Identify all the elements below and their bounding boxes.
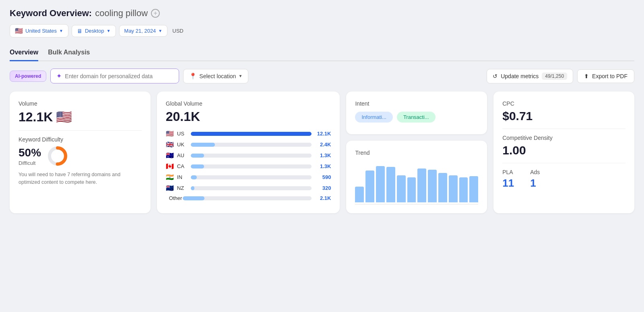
country-bar-fill [191, 186, 194, 190]
country-row: 🇳🇿 NZ 320 [166, 184, 331, 192]
ai-powered-badge: AI-powered [10, 71, 46, 82]
trend-bar [397, 175, 406, 203]
comp-density-label: Competitive Density [502, 135, 625, 141]
country-row: 🇬🇧 UK 2.4K [166, 141, 331, 148]
export-pdf-button[interactable]: ⬆ Export to PDF [577, 69, 634, 83]
country-chevron-icon: ▼ [59, 29, 63, 33]
country-row: Other 2.1K [166, 195, 331, 201]
tab-bar: Overview Bulk Analysis [10, 45, 634, 61]
location-icon: 📍 [189, 73, 197, 80]
domain-input[interactable] [65, 73, 173, 79]
cards-grid: Volume 12.1K 🇺🇸 Keyword Difficulty 50% D… [10, 92, 634, 213]
country-bar-fill [191, 175, 197, 179]
cpc-card: CPC $0.71 Competitive Density 1.00 PLA 1… [493, 92, 634, 213]
device-label: Desktop [85, 28, 104, 34]
update-btn-label: Update metrics [501, 73, 539, 79]
country-rows: 🇺🇸 US 12.1K 🇬🇧 UK 2.4K 🇦🇺 AU 1.3K 🇨🇦 CA [166, 130, 331, 201]
country-value: 590 [315, 174, 331, 180]
country-row: 🇨🇦 CA 1.3K [166, 162, 331, 170]
global-volume-label: Global Volume [166, 100, 331, 107]
desktop-icon: 🖥 [77, 28, 83, 34]
toolbar: AI-powered ✦ 📍 Select location ▼ ↺ Updat… [10, 69, 634, 83]
badge-transactional: Transacti... [397, 112, 436, 123]
location-chevron-icon: ▼ [238, 74, 242, 78]
volume-label: Volume [19, 100, 142, 107]
trend-bar [365, 171, 374, 202]
country-value: 1.3K [315, 152, 331, 158]
trend-bar [428, 170, 437, 202]
country-bar-fill [191, 154, 204, 158]
device-filter-button[interactable]: 🖥 Desktop ▼ [72, 25, 116, 37]
pla-label: PLA [502, 169, 514, 175]
volume-divider [19, 130, 142, 131]
country-row: 🇮🇳 IN 590 [166, 173, 331, 181]
difficulty-description: You will need to have 7 referring domain… [19, 171, 142, 186]
country-bar-fill [191, 143, 215, 147]
intent-card: Intent Informati... Transacti... [346, 92, 487, 134]
country-value: 2.1K [315, 195, 331, 201]
ads-item: Ads 1 [530, 169, 540, 189]
country-flag-icon: 🇮🇳 [166, 173, 174, 181]
trend-bar [469, 176, 478, 202]
country-bar-bg [191, 154, 312, 158]
cpc-divider [502, 129, 625, 129]
update-count-badge: 49/1,250 [542, 73, 567, 80]
tab-overview[interactable]: Overview [10, 45, 38, 61]
country-bar-fill [183, 196, 205, 200]
pla-item: PLA 11 [502, 169, 514, 189]
country-code: IN [177, 174, 188, 180]
comp-divider [502, 163, 625, 163]
location-label: Select location [199, 73, 236, 79]
trend-bar [449, 175, 458, 203]
country-row: 🇦🇺 AU 1.3K [166, 152, 331, 159]
page-header: Keyword Overview: cooling pillow + [10, 8, 634, 19]
trend-bar [438, 173, 447, 202]
country-value: 12.1K [315, 131, 331, 137]
domain-input-wrapper[interactable]: ✦ [50, 69, 179, 83]
country-bar-bg [191, 132, 312, 136]
page-title-keyword: Keyword Overview: [10, 8, 92, 19]
update-metrics-button[interactable]: ↺ Update metrics 49/1,250 [487, 69, 573, 83]
comp-density-value: 1.00 [502, 144, 625, 157]
volume-card: Volume 12.1K 🇺🇸 Keyword Difficulty 50% D… [10, 92, 151, 213]
difficulty-text: Difficult [19, 160, 41, 166]
difficulty-value: 50% [19, 146, 41, 159]
volume-flag: 🇺🇸 [56, 109, 72, 125]
trend-bar [459, 177, 468, 202]
cpc-label: CPC [502, 100, 625, 107]
country-value: 1.3K [315, 163, 331, 169]
trend-bar [386, 167, 395, 202]
country-code: NZ [177, 185, 188, 191]
date-chevron-icon: ▼ [158, 29, 162, 33]
refresh-icon: ↺ [493, 73, 497, 79]
page-title-query: cooling pillow [95, 8, 148, 19]
country-filter-button[interactable]: 🇺🇸 United States ▼ [10, 24, 68, 37]
trend-bar [417, 168, 426, 202]
country-flag-icon: 🇺🇸 [166, 130, 174, 137]
badge-informational: Informati... [355, 112, 392, 123]
cpc-value: $0.71 [502, 109, 625, 123]
ads-value: 1 [530, 177, 540, 189]
location-select-button[interactable]: 📍 Select location ▼ [183, 69, 248, 83]
country-flag-icon: 🇬🇧 [166, 141, 174, 148]
country-bar-bg [191, 186, 312, 190]
country-value: 2.4K [315, 141, 331, 148]
date-label: May 21, 2024 [124, 28, 156, 34]
difficulty-label: Keyword Difficulty [19, 136, 142, 143]
trend-label: Trend [355, 150, 478, 156]
country-flag-icon: 🇳🇿 [166, 184, 174, 192]
country-row: 🇺🇸 US 12.1K [166, 130, 331, 137]
country-bar-bg [183, 196, 312, 200]
add-keyword-button[interactable]: + [151, 9, 160, 18]
filter-bar: 🇺🇸 United States ▼ 🖥 Desktop ▼ May 21, 2… [10, 24, 634, 37]
pla-ads-row: PLA 11 Ads 1 [502, 169, 625, 189]
sparkle-icon: ✦ [56, 72, 62, 80]
trend-bar [407, 177, 416, 202]
date-filter-button[interactable]: May 21, 2024 ▼ [119, 25, 168, 37]
trend-bar [376, 166, 385, 202]
country-code: UK [177, 141, 188, 148]
country-bar-fill [191, 164, 204, 168]
tab-bulk-analysis[interactable]: Bulk Analysis [48, 45, 90, 61]
export-btn-label: Export to PDF [592, 73, 627, 79]
country-flag-icon: 🇺🇸 [15, 27, 23, 35]
